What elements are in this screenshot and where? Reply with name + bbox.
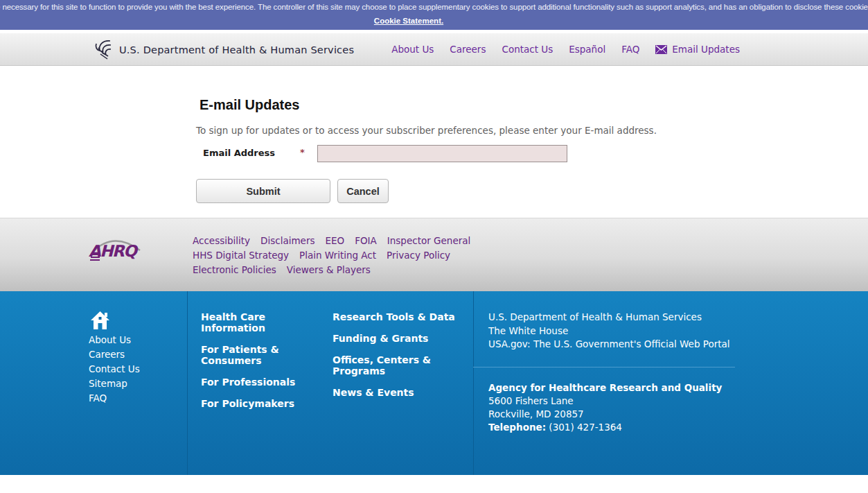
link-electronic-policies[interactable]: Electronic Policies	[193, 264, 276, 275]
link-foia[interactable]: FOIA	[355, 235, 377, 246]
ahrq-logo[interactable]: AHRQ	[89, 234, 144, 263]
footer-link-usa-gov[interactable]: USA.gov: The U.S. Government's Official …	[488, 338, 779, 352]
hhs-brand[interactable]: U.S. Department of Health & Human Servic…	[94, 39, 354, 61]
submit-button[interactable]: Submit	[196, 179, 330, 203]
home-icon[interactable]	[90, 311, 110, 330]
signup-instructions: To sign up for updates or to access your…	[196, 125, 657, 136]
hhs-eagle-icon	[94, 39, 113, 61]
link-disclaimers[interactable]: Disclaimers	[260, 235, 315, 246]
footer-link-for-professionals[interactable]: For Professionals	[201, 377, 324, 388]
envelope-icon	[655, 45, 667, 54]
agency-address-line2: Rockville, MD 20857	[488, 408, 722, 421]
footer-link-about-us[interactable]: About Us	[89, 333, 140, 347]
email-input[interactable]	[317, 145, 567, 162]
nav-espanol[interactable]: Español	[569, 44, 605, 55]
footer-link-white-house[interactable]: The White House	[488, 325, 779, 338]
footer-link-hhs[interactable]: U.S. Department of Health & Human Servic…	[488, 311, 779, 325]
page-title: E-mail Updates	[200, 97, 299, 113]
header-agency-name: U.S. Department of Health & Human Servic…	[119, 44, 354, 55]
ahrq-logo-text: AHRQ	[89, 242, 136, 260]
agency-address-line1: 5600 Fishers Lane	[488, 395, 722, 408]
link-accessibility[interactable]: Accessibility	[193, 235, 250, 246]
site-header: U.S. Department of Health & Human Servic…	[0, 33, 868, 66]
nav-careers[interactable]: Careers	[450, 44, 486, 55]
footer-link-offices-centers-programs[interactable]: Offices, Centers & Programs	[333, 354, 471, 377]
footer-divider-horizontal	[473, 367, 735, 367]
footer-topics-column-2: Research Tools & Data Funding & Grants O…	[333, 311, 471, 408]
cookie-banner: e necessary for this site to function to…	[0, 0, 868, 30]
agency-contact-block: Agency for Healthcare Research and Quali…	[488, 381, 722, 434]
link-viewers-players[interactable]: Viewers & Players	[287, 264, 371, 275]
nav-about-us[interactable]: About Us	[391, 44, 434, 55]
cancel-button[interactable]: Cancel	[337, 179, 389, 203]
cookie-message: e necessary for this site to function to…	[0, 3, 868, 11]
link-inspector-general[interactable]: Inspector General	[387, 235, 470, 246]
link-eeo[interactable]: EEO	[326, 235, 345, 246]
link-plain-writing-act[interactable]: Plain Writing Act	[299, 250, 376, 261]
footer-link-faq[interactable]: FAQ	[89, 391, 140, 406]
footer-link-health-care-information[interactable]: Health Care Information	[201, 311, 324, 334]
footer-link-for-patients-consumers[interactable]: For Patients & Consumers	[201, 344, 324, 366]
nav-faq[interactable]: FAQ	[621, 44, 639, 55]
footer-link-careers[interactable]: Careers	[89, 347, 140, 362]
footer-site-links: About Us Careers Contact Us Sitemap FAQ	[89, 333, 140, 406]
footer-link-research-tools-data[interactable]: Research Tools & Data	[333, 311, 471, 322]
footer-divider-vertical-2	[473, 291, 474, 475]
agency-phone: Telephone: (301) 427-1364	[488, 421, 722, 434]
cookie-statement-link[interactable]: Cookie Statement.	[374, 17, 443, 25]
link-hhs-digital-strategy[interactable]: HHS Digital Strategy	[193, 250, 289, 261]
phone-label: Telephone:	[488, 422, 546, 433]
phone-number: (301) 427-1364	[546, 422, 622, 433]
policy-links: Accessibility Disclaimers EEO FOIA Inspe…	[193, 233, 581, 277]
nav-contact-us[interactable]: Contact Us	[502, 44, 553, 55]
page: e necessary for this site to function to…	[0, 0, 868, 493]
footer-link-sitemap[interactable]: Sitemap	[89, 377, 140, 391]
footer-gov-links: U.S. Department of Health & Human Servic…	[488, 311, 779, 352]
email-address-label: Email Address	[203, 148, 275, 158]
link-privacy-policy[interactable]: Privacy Policy	[387, 250, 450, 261]
header-nav: About Us Careers Contact Us Español FAQ …	[391, 44, 740, 55]
footer-link-funding-grants[interactable]: Funding & Grants	[333, 333, 471, 344]
footer-link-for-policymakers[interactable]: For Policymakers	[201, 398, 324, 409]
required-asterisk: *	[300, 147, 305, 157]
nav-email-updates[interactable]: Email Updates	[655, 44, 740, 55]
footer-topics-column-1: Health Care Information For Patients & C…	[201, 311, 324, 420]
agency-name: Agency for Healthcare Research and Quali…	[488, 381, 722, 395]
footer-link-news-events[interactable]: News & Events	[333, 387, 471, 398]
footer-link-contact-us[interactable]: Contact Us	[89, 362, 140, 377]
policy-footer: AHRQ Accessibility Disclaimers EEO FOIA …	[0, 218, 868, 291]
site-footer: About Us Careers Contact Us Sitemap FAQ …	[0, 291, 868, 475]
footer-divider-vertical-1	[187, 291, 188, 475]
